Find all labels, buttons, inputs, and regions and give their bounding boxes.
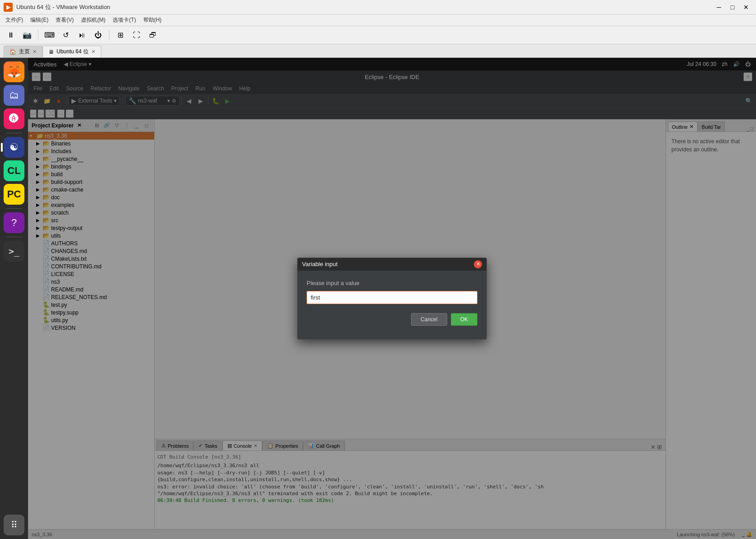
vmware-title: Ubuntu 64 位 - VMware Workstation [16, 3, 713, 11]
vmware-fitguest-button[interactable]: ⊞ [113, 28, 128, 42]
vmware-maximize-button[interactable]: □ [726, 2, 739, 12]
vmware-titlebar: ▶ Ubuntu 64 位 - VMware Workstation ─ □ ✕ [0, 0, 756, 14]
vmware-tab-home-icon: 🏠 [9, 49, 16, 55]
vm-content-area: 🦊 🗂 🅐 ☯ CL PC ? >_ ⠿ [0, 58, 756, 539]
dock-separator2 [6, 208, 22, 209]
modal-label: Please input a value [307, 280, 477, 286]
vmware-fullscreen-button[interactable]: ⛶ [129, 28, 144, 42]
dock-icon-terminal[interactable]: >_ [4, 241, 24, 262]
dock-icon-software[interactable]: 🅐 [4, 108, 24, 129]
vmware-suspend-button[interactable]: ⏯ [75, 28, 89, 42]
vmware-toolbar: ⏸ 📷 ⌨ ↺ ⏯ ⏻ ⊞ ⛶ 🗗 [0, 26, 756, 44]
vmware-tab-bar: 🏠 主页 ✕ 🖥 Ubuntu 64 位 ✕ [0, 44, 756, 58]
dock-icon-firefox[interactable]: 🦊 [4, 61, 24, 82]
dock-separator3 [6, 237, 22, 237]
vmware-power-button[interactable]: ⏻ [91, 28, 105, 42]
vmware-tab-home-close[interactable]: ✕ [33, 49, 37, 55]
vmware-tab-home[interactable]: 🏠 主页 ✕ [4, 46, 43, 57]
vmware-close-button[interactable]: ✕ [740, 2, 752, 12]
vmware-window-controls: ─ □ ✕ [713, 2, 752, 12]
vmware-tab-ubuntu-close[interactable]: ✕ [91, 49, 95, 55]
dock-icon-pycharm[interactable]: PC [4, 184, 24, 205]
vmware-send-ctrl-button[interactable]: ⌨ [42, 28, 57, 42]
variable-input-modal: Variable input ✕ Please input a value Ca… [297, 258, 487, 340]
dock-separator1 [6, 133, 22, 133]
modal-cancel-button[interactable]: Cancel [411, 313, 447, 326]
vmware-toolbar-separator2 [109, 30, 109, 41]
eclipse-window: Activities ◀ Eclipse ▾ Jul 24 06:30 zh 🔊… [28, 58, 756, 539]
vmware-menu-vm[interactable]: 虚拟机(M) [77, 15, 109, 25]
vmware-tab-home-label: 主页 [19, 48, 30, 56]
modal-ok-button[interactable]: OK [451, 313, 477, 326]
vmware-snapshot-button[interactable]: 📷 [20, 28, 34, 42]
vmware-minimize-button[interactable]: ─ [713, 2, 725, 12]
vmware-toolbar-separator [38, 30, 38, 41]
vmware-menubar: 文件(F) 编辑(E) 查看(V) 虚拟机(M) 选项卡(T) 帮助(H) [0, 14, 756, 26]
dock-icon-apps[interactable]: ⠿ [4, 515, 24, 535]
vmware-tab-ubuntu[interactable]: 🖥 Ubuntu 64 位 ✕ [43, 46, 101, 57]
ubuntu-dock: 🦊 🗂 🅐 ☯ CL PC ? >_ ⠿ [0, 58, 28, 539]
dock-icon-clion[interactable]: CL [4, 160, 24, 181]
modal-buttons: Cancel OK [307, 313, 477, 330]
vmware-menu-view[interactable]: 查看(V) [52, 15, 77, 25]
vmware-unity-button[interactable]: 🗗 [146, 28, 160, 42]
vmware-tab-ubuntu-icon: 🖥 [48, 49, 54, 55]
vmware-revert-button[interactable]: ↺ [58, 28, 73, 42]
modal-overlay: Variable input ✕ Please input a value Ca… [28, 58, 756, 539]
dock-icon-files[interactable]: 🗂 [4, 85, 24, 106]
modal-title: Variable input [302, 261, 338, 267]
vmware-tab-ubuntu-label: Ubuntu 64 位 [57, 48, 89, 56]
vmware-logo: ▶ [4, 3, 13, 12]
vmware-menu-edit[interactable]: 编辑(E) [27, 15, 52, 25]
vmware-menu-file[interactable]: 文件(F) [2, 15, 27, 25]
modal-input-field[interactable] [307, 291, 477, 304]
dock-icon-help[interactable]: ? [4, 212, 24, 233]
modal-body: Please input a value Cancel OK [298, 271, 487, 339]
vmware-menu-help[interactable]: 帮助(H) [140, 15, 165, 25]
dock-icon-eclipse[interactable]: ☯ [4, 137, 24, 158]
vmware-pause-button[interactable]: ⏸ [4, 28, 18, 42]
modal-titlebar: Variable input ✕ [298, 258, 487, 271]
modal-close-button[interactable]: ✕ [474, 260, 482, 268]
vmware-menu-tabs[interactable]: 选项卡(T) [109, 15, 139, 25]
